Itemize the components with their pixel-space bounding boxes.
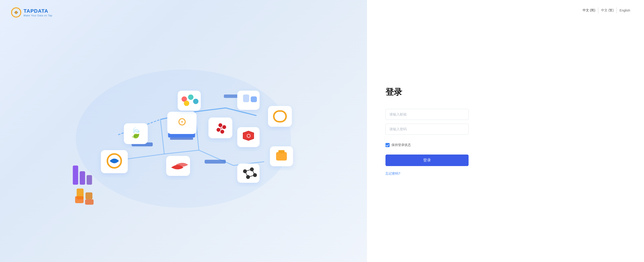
remember-label: 保持登录状态 bbox=[392, 143, 411, 147]
lang-option-zh-cn[interactable]: 中文 (简) bbox=[580, 7, 598, 13]
svg-text:🍃: 🍃 bbox=[130, 127, 142, 139]
left-panel: TAPDATA Make Your Data on Tap bbox=[0, 0, 367, 262]
svg-rect-57 bbox=[80, 171, 85, 185]
login-container: 登录 保持登录状态 登录 忘记密码? bbox=[367, 0, 487, 262]
svg-rect-58 bbox=[87, 175, 92, 185]
svg-rect-61 bbox=[75, 196, 84, 203]
email-form-group bbox=[386, 109, 468, 120]
svg-rect-31 bbox=[251, 96, 257, 102]
login-title: 登录 bbox=[386, 86, 468, 98]
svg-rect-45 bbox=[278, 150, 284, 153]
right-panel: 中文 (简) 中文 (繁) English 登录 保持登录状态 登录 忘记密码? bbox=[367, 0, 644, 262]
svg-point-33 bbox=[218, 123, 222, 127]
remember-checkbox[interactable] bbox=[386, 143, 390, 147]
language-switcher: 中文 (简) 中文 (繁) English bbox=[580, 7, 633, 13]
illustration-scene: ⊙ 🍃 bbox=[0, 0, 367, 262]
svg-rect-44 bbox=[276, 152, 287, 161]
svg-point-35 bbox=[220, 130, 224, 134]
svg-text:⊙: ⊙ bbox=[178, 116, 186, 128]
svg-rect-60 bbox=[86, 192, 92, 199]
logo-tagline: Make Your Data on Tap bbox=[24, 14, 52, 17]
svg-rect-41 bbox=[268, 106, 292, 127]
illustration-svg: ⊙ 🍃 bbox=[28, 19, 340, 243]
forgot-password-link[interactable]: 忘记密码? bbox=[386, 172, 468, 176]
svg-point-25 bbox=[193, 99, 198, 104]
svg-point-24 bbox=[188, 95, 194, 100]
logo-text-area: TAPDATA Make Your Data on Tap bbox=[24, 8, 52, 17]
svg-point-34 bbox=[222, 125, 226, 129]
svg-rect-30 bbox=[243, 95, 249, 102]
password-input[interactable] bbox=[386, 124, 468, 135]
svg-rect-13 bbox=[170, 137, 193, 140]
login-button[interactable]: 登录 bbox=[386, 155, 468, 166]
password-form-group bbox=[386, 124, 468, 135]
tapdata-logo-icon bbox=[11, 7, 21, 17]
svg-rect-56 bbox=[73, 166, 78, 185]
svg-rect-16 bbox=[205, 160, 226, 164]
email-input[interactable] bbox=[386, 109, 468, 120]
logo-area: TAPDATA Make Your Data on Tap bbox=[11, 7, 52, 17]
svg-point-26 bbox=[184, 101, 189, 106]
svg-text:⬡: ⬡ bbox=[246, 133, 250, 138]
svg-rect-46 bbox=[237, 164, 260, 183]
svg-rect-62 bbox=[85, 199, 94, 205]
svg-point-37 bbox=[220, 127, 222, 129]
logo-brand: TAPDATA bbox=[24, 8, 52, 14]
remember-row: 保持登录状态 bbox=[386, 143, 468, 147]
svg-point-36 bbox=[216, 128, 220, 132]
lang-option-en[interactable]: English bbox=[617, 7, 633, 13]
lang-option-zh-tw[interactable]: 中文 (繁) bbox=[598, 7, 617, 13]
